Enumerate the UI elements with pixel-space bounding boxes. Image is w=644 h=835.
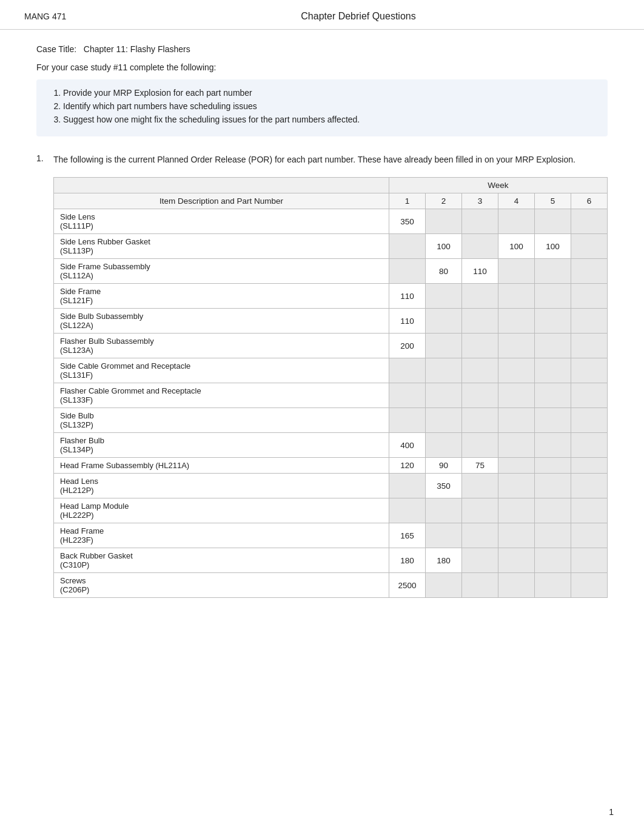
table-row: Side Lens (SL111P)350 bbox=[54, 209, 608, 234]
case-title: Case Title: Chapter 11: Flashy Flashers bbox=[36, 44, 608, 54]
mrp-table-wrapper: Week Item Description and Part Number 1 … bbox=[53, 177, 608, 598]
cell-week-6 bbox=[571, 309, 608, 334]
table-row: Head Frame (HL223F)165 bbox=[54, 523, 608, 548]
cell-week-5 bbox=[535, 334, 571, 358]
table-row: Back Rubber Gasket (C310P)180180 bbox=[54, 548, 608, 573]
question-1-number: 1. bbox=[36, 153, 53, 163]
cell-week-4 bbox=[498, 408, 535, 433]
cell-desc: Flasher Bulb (SL134P) bbox=[54, 433, 389, 458]
cell-week-2: 350 bbox=[426, 474, 462, 498]
cell-week-2 bbox=[426, 358, 462, 383]
cell-desc: Flasher Bulb Subassembly (SL123A) bbox=[54, 334, 389, 358]
table-row: Side Cable Grommet and Receptacle (SL131… bbox=[54, 358, 608, 383]
cell-desc: Head Lens (HL212P) bbox=[54, 474, 389, 498]
week-span-header: Week bbox=[389, 178, 608, 193]
cell-week-6 bbox=[571, 334, 608, 358]
cell-week-2: 100 bbox=[426, 234, 462, 259]
cell-week-1: 110 bbox=[389, 309, 426, 334]
table-row: Side Frame Subassembly (SL112A)80110 bbox=[54, 259, 608, 284]
table-row: Head Frame Subassembly (HL211A)1209075 bbox=[54, 458, 608, 474]
case-title-label: Case Title: bbox=[36, 44, 76, 54]
cell-desc: Back Rubber Gasket (C310P) bbox=[54, 548, 389, 573]
cell-week-2 bbox=[426, 284, 462, 309]
table-row: Side Bulb (SL132P) bbox=[54, 408, 608, 433]
cell-week-4 bbox=[498, 334, 535, 358]
cell-desc: Head Lamp Module (HL222P) bbox=[54, 498, 389, 523]
cell-week-1: 350 bbox=[389, 209, 426, 234]
cell-week-4 bbox=[498, 573, 535, 598]
cell-week-3: 75 bbox=[462, 458, 498, 474]
cell-week-5 bbox=[535, 284, 571, 309]
cell-week-5 bbox=[535, 523, 571, 548]
cell-week-2 bbox=[426, 433, 462, 458]
cell-week-3 bbox=[462, 209, 498, 234]
cell-week-2: 80 bbox=[426, 259, 462, 284]
task-box: Provide your MRP Explosion for each part… bbox=[36, 79, 608, 136]
cell-week-4 bbox=[498, 259, 535, 284]
cell-week-6 bbox=[571, 433, 608, 458]
cell-desc: Side Cable Grommet and Receptacle (SL131… bbox=[54, 358, 389, 383]
cell-week-4 bbox=[498, 548, 535, 573]
case-title-value: Chapter 11: Flashy Flashers bbox=[84, 44, 190, 54]
cell-week-3: 110 bbox=[462, 259, 498, 284]
cell-week-4 bbox=[498, 523, 535, 548]
cell-week-1: 165 bbox=[389, 523, 426, 548]
cell-week-1 bbox=[389, 234, 426, 259]
table-row: Flasher Cable Grommet and Receptacle (SL… bbox=[54, 383, 608, 408]
cell-week-4 bbox=[498, 209, 535, 234]
cell-week-6 bbox=[571, 408, 608, 433]
cell-week-6 bbox=[571, 573, 608, 598]
cell-desc: Side Frame Subassembly (SL112A) bbox=[54, 259, 389, 284]
cell-desc: Flasher Cable Grommet and Receptacle (SL… bbox=[54, 383, 389, 408]
col-week-6: 6 bbox=[571, 193, 608, 209]
cell-week-3 bbox=[462, 573, 498, 598]
col-week-2: 2 bbox=[426, 193, 462, 209]
cell-week-3 bbox=[462, 234, 498, 259]
cell-week-3 bbox=[462, 383, 498, 408]
cell-week-4 bbox=[498, 358, 535, 383]
cell-desc: Head Frame (HL223F) bbox=[54, 523, 389, 548]
task-item-2: Identify which part numbers have schedul… bbox=[63, 101, 593, 111]
col-week-3: 3 bbox=[462, 193, 498, 209]
cell-week-1: 120 bbox=[389, 458, 426, 474]
cell-desc: Side Bulb Subassembly (SL122A) bbox=[54, 309, 389, 334]
cell-week-3 bbox=[462, 433, 498, 458]
question-1-text: The following is the current Planned Ord… bbox=[53, 153, 575, 166]
mrp-table: Week Item Description and Part Number 1 … bbox=[53, 177, 608, 598]
cell-week-5 bbox=[535, 408, 571, 433]
page-title: Chapter Debrief Questions bbox=[97, 11, 620, 22]
table-row: Head Lens (HL212P)350 bbox=[54, 474, 608, 498]
cell-week-5 bbox=[535, 573, 571, 598]
instructions-text: For your case study #11 complete the fol… bbox=[36, 62, 608, 72]
col-header-desc bbox=[54, 178, 389, 193]
cell-week-3 bbox=[462, 408, 498, 433]
cell-week-3 bbox=[462, 498, 498, 523]
cell-week-1 bbox=[389, 383, 426, 408]
question-1-section: 1. The following is the current Planned … bbox=[36, 153, 608, 598]
cell-week-6 bbox=[571, 548, 608, 573]
cell-week-3 bbox=[462, 284, 498, 309]
cell-week-5 bbox=[535, 458, 571, 474]
cell-week-2 bbox=[426, 383, 462, 408]
cell-week-3 bbox=[462, 548, 498, 573]
task-item-3: Suggest how one might fix the scheduling… bbox=[63, 115, 593, 124]
cell-desc: Side Bulb (SL132P) bbox=[54, 408, 389, 433]
cell-week-6 bbox=[571, 234, 608, 259]
cell-week-2 bbox=[426, 209, 462, 234]
table-row: Head Lamp Module (HL222P) bbox=[54, 498, 608, 523]
cell-week-6 bbox=[571, 383, 608, 408]
cell-week-4 bbox=[498, 458, 535, 474]
task-item-1: Provide your MRP Explosion for each part… bbox=[63, 88, 593, 98]
cell-week-4 bbox=[498, 383, 535, 408]
cell-week-1 bbox=[389, 358, 426, 383]
cell-week-4: 100 bbox=[498, 234, 535, 259]
col-week-4: 4 bbox=[498, 193, 535, 209]
cell-week-5: 100 bbox=[535, 234, 571, 259]
cell-week-1 bbox=[389, 498, 426, 523]
cell-week-2 bbox=[426, 309, 462, 334]
cell-week-5 bbox=[535, 383, 571, 408]
cell-week-4 bbox=[498, 498, 535, 523]
cell-week-2: 90 bbox=[426, 458, 462, 474]
col-week-5: 5 bbox=[535, 193, 571, 209]
cell-week-6 bbox=[571, 284, 608, 309]
